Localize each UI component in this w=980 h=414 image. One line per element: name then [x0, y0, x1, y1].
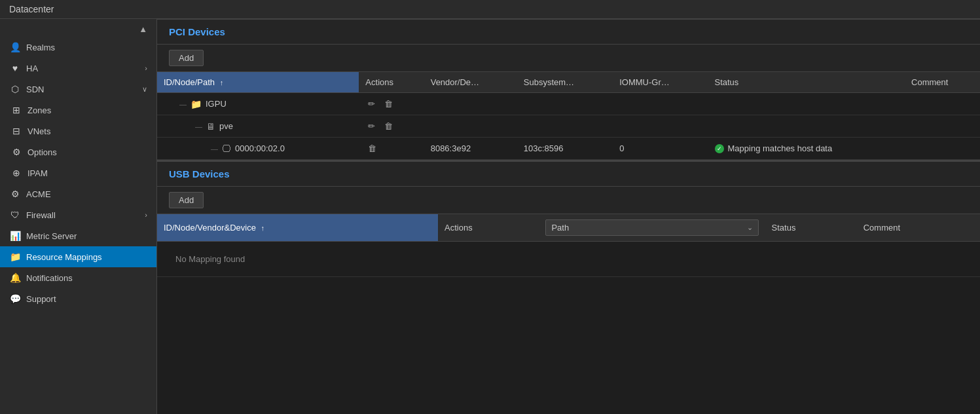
usb-toolbar: Add: [157, 187, 980, 214]
pci-col-iommu[interactable]: IOMMU-Gr…: [613, 72, 708, 93]
sidebar-item-label: VNets: [27, 126, 147, 136]
pci-col-vendor[interactable]: Vendor/De…: [424, 72, 517, 93]
pci-section-header: PCI Devices: [157, 19, 980, 45]
delete-button[interactable]: 🗑: [382, 98, 395, 110]
sort-arrow-icon: ↑: [261, 224, 265, 232]
sidebar-item-label: Resource Mappings: [26, 252, 147, 262]
sidebar-item-firewall[interactable]: 🛡 Firewall ›: [0, 204, 156, 225]
pci-table-header: ID/Node/Path ↑ Actions Vendor/De… Subsys…: [157, 72, 980, 93]
usb-col-path: Path ⌄: [539, 214, 765, 242]
sidebar-item-vnets[interactable]: ⊟ VNets: [0, 121, 156, 141]
support-icon: 💬: [9, 293, 21, 304]
node-icon: 🖥: [206, 121, 215, 132]
pci-col-comment[interactable]: Comment: [905, 72, 980, 93]
usb-col-status[interactable]: Status: [765, 214, 857, 242]
no-mapping-text: No Mapping found: [164, 246, 973, 272]
folder-icon: 📁: [191, 99, 202, 109]
pci-row-id-cell: — 📁 IGPU: [157, 93, 359, 115]
sidebar-item-support[interactable]: 💬 Support: [0, 288, 156, 309]
pci-row-vendor: 8086:3e92: [424, 138, 517, 160]
zones-icon: ⊞: [10, 105, 22, 115]
top-bar: Datacenter: [0, 0, 980, 19]
pci-add-button[interactable]: Add: [169, 50, 204, 66]
usb-table-header: ID/Node/Vendor&Device ↑ Actions Path ⌄: [157, 214, 980, 242]
table-row: No Mapping found: [157, 242, 980, 277]
sidebar-item-acme[interactable]: ⚙ ACME: [0, 183, 156, 204]
sidebar-item-metric-server[interactable]: 📊 Metric Server: [0, 225, 156, 246]
firewall-icon: 🛡: [9, 210, 21, 220]
vnets-icon: ⊟: [10, 126, 22, 136]
pci-row-subsystem: 103c:8596: [517, 138, 613, 160]
main-layout: ▲ 👤 Realms ♥ HA › ⬡ SDN ∨ ⊞ Zones ⊟ VNet…: [0, 19, 980, 414]
pci-section-title: PCI Devices: [169, 26, 225, 37]
pci-row-comment: [905, 138, 980, 160]
usb-col-actions: Actions: [438, 214, 539, 242]
sidebar-item-options[interactable]: ⚙ Options: [0, 141, 156, 162]
sidebar-item-ha[interactable]: ♥ HA ›: [0, 58, 156, 79]
status-text: Mapping matches host data: [728, 143, 833, 153]
usb-col-id[interactable]: ID/Node/Vendor&Device ↑: [157, 214, 438, 242]
pci-row-id-cell: — 🖵 0000:00:02.0: [157, 138, 359, 160]
device-icon: 🖵: [222, 143, 231, 154]
sidebar-item-label: Notifications: [26, 273, 147, 283]
pci-row-subsystem: [517, 115, 613, 138]
app-title: Datacenter: [9, 4, 54, 14]
sidebar-item-label: ACME: [26, 189, 147, 199]
sidebar-item-ipam[interactable]: ⊕ IPAM: [0, 162, 156, 183]
sidebar-item-label: Support: [26, 294, 147, 304]
firewall-chevron-icon: ›: [145, 211, 147, 219]
sidebar-collapse-button[interactable]: ▲: [0, 22, 156, 37]
options-icon: ⚙: [10, 147, 22, 157]
sidebar-item-sdn[interactable]: ⬡ SDN ∨: [0, 79, 156, 100]
usb-col-comment[interactable]: Comment: [857, 214, 980, 242]
sidebar: ▲ 👤 Realms ♥ HA › ⬡ SDN ∨ ⊞ Zones ⊟ VNet…: [0, 19, 157, 414]
pci-row-status: Mapping matches host data: [708, 138, 905, 160]
pci-row-actions-cell: ✏ 🗑: [359, 93, 424, 115]
pci-row-comment: [905, 115, 980, 138]
sidebar-item-label: Zones: [27, 105, 147, 115]
tree-dash-icon: —: [195, 122, 202, 130]
pci-row-iommu: [613, 93, 708, 115]
main-content: PCI Devices Add ID/Node/Path ↑ Actions: [157, 19, 980, 414]
table-row: — 🖥 pve ✏ 🗑: [157, 115, 980, 138]
sidebar-item-resource-mappings[interactable]: 📁 Resource Mappings: [0, 246, 156, 267]
pci-row-actions-cell: ✏ 🗑: [359, 115, 424, 138]
ha-icon: ♥: [9, 63, 21, 73]
delete-button[interactable]: 🗑: [382, 120, 395, 132]
pci-row-iommu: 0: [613, 138, 708, 160]
pci-table: ID/Node/Path ↑ Actions Vendor/De… Subsys…: [157, 72, 980, 160]
pci-row-id: IGPU: [206, 99, 227, 109]
pci-col-subsystem[interactable]: Subsystem…: [517, 72, 613, 93]
collapse-icon: ▲: [139, 24, 147, 34]
pci-row-status: [708, 115, 905, 138]
sidebar-item-label: SDN: [26, 85, 137, 94]
sidebar-item-label: Metric Server: [26, 231, 147, 241]
pci-row-vendor: [424, 93, 517, 115]
usb-table: ID/Node/Vendor&Device ↑ Actions Path ⌄: [157, 214, 980, 277]
sidebar-item-label: Realms: [26, 43, 147, 52]
edit-button[interactable]: ✏: [365, 120, 378, 132]
usb-section-header: USB Devices: [157, 161, 980, 187]
metric-server-icon: 📊: [9, 231, 21, 241]
path-label: Path: [551, 223, 569, 233]
sidebar-item-zones[interactable]: ⊞ Zones: [0, 100, 156, 121]
sidebar-item-label: IPAM: [27, 168, 147, 178]
pci-row-iommu: [613, 115, 708, 138]
pci-col-status[interactable]: Status: [708, 72, 905, 93]
tree-dash-icon: —: [179, 100, 187, 108]
pci-row-id: 0000:00:02.0: [235, 143, 285, 153]
sidebar-item-realms[interactable]: 👤 Realms: [0, 37, 156, 58]
pci-row-actions-cell: 🗑: [359, 138, 424, 160]
pci-row-id: pve: [219, 121, 233, 131]
path-dropdown[interactable]: Path ⌄: [545, 219, 758, 236]
ipam-icon: ⊕: [10, 168, 22, 178]
sidebar-item-notifications[interactable]: 🔔 Notifications: [0, 267, 156, 288]
pci-section: PCI Devices Add ID/Node/Path ↑ Actions: [157, 19, 980, 160]
usb-add-button[interactable]: Add: [169, 192, 204, 208]
delete-button[interactable]: 🗑: [365, 142, 379, 155]
pci-row-vendor: [424, 115, 517, 138]
pci-col-id[interactable]: ID/Node/Path ↑: [157, 72, 359, 93]
sidebar-item-label: HA: [26, 64, 139, 73]
status-ok-icon: [715, 144, 724, 153]
edit-button[interactable]: ✏: [365, 98, 378, 110]
